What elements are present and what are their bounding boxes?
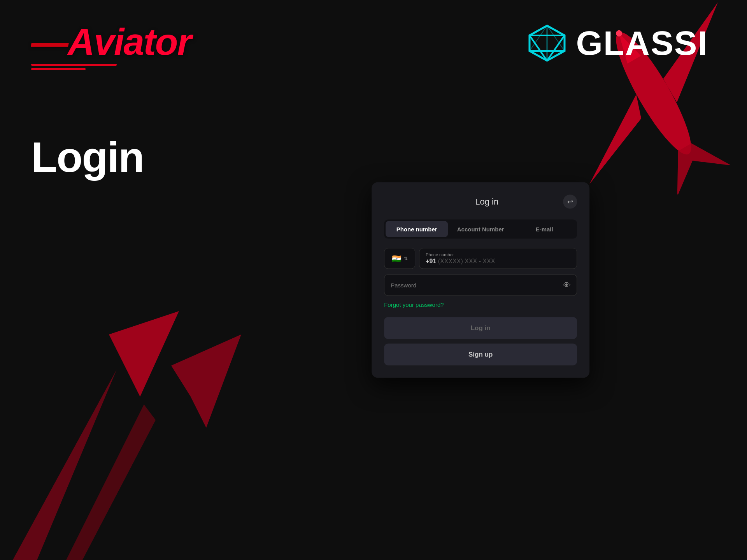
login-button[interactable]: Log in xyxy=(384,317,577,339)
modal-close-button[interactable]: ↩ xyxy=(563,195,577,209)
aviator-underline-1 xyxy=(31,64,117,66)
modal-title: Log in xyxy=(410,197,563,207)
forgot-password-link[interactable]: Forgot your password? xyxy=(384,301,444,308)
chevron-up-down-icon: ⇅ xyxy=(404,256,408,261)
country-flag: 🇮🇳 xyxy=(392,254,402,263)
phone-input-wrapper: Phone number +91 (XXXXX) XXX - XXX xyxy=(419,248,577,269)
login-tabs: Phone number Account Number E-mail xyxy=(384,220,577,239)
login-modal: Log in ↩ Phone number Account Number E-m… xyxy=(372,182,589,378)
aviator-underlines xyxy=(31,64,191,70)
show-password-icon[interactable]: 👁 xyxy=(563,281,571,290)
aviator-underline-2 xyxy=(31,68,86,70)
phone-value-display: +91 (XXXXX) XXX - XXX xyxy=(426,258,570,265)
login-heading: Login xyxy=(31,132,144,182)
glassi-logo: GLASSI xyxy=(528,23,708,63)
close-icon: ↩ xyxy=(567,198,573,206)
phone-label: Phone number xyxy=(426,252,570,257)
phone-placeholder: (XXXXX) XXX - XXX xyxy=(438,258,495,264)
svg-line-6 xyxy=(530,26,547,35)
country-selector[interactable]: 🇮🇳 ⇅ xyxy=(384,248,415,269)
svg-line-7 xyxy=(547,26,565,35)
tab-email[interactable]: E-mail xyxy=(513,221,575,237)
password-input[interactable] xyxy=(384,275,577,296)
phone-prefix: +91 xyxy=(426,258,436,264)
glassi-logo-label: GLASSI xyxy=(576,24,708,62)
aviator-logo-text: —Aviator xyxy=(31,23,191,61)
aviator-logo: —Aviator xyxy=(31,23,191,70)
tab-account-number[interactable]: Account Number xyxy=(449,221,512,237)
glassi-diamond-icon xyxy=(528,24,566,63)
signup-button[interactable]: Sign up xyxy=(384,344,577,366)
phone-input-group: 🇮🇳 ⇅ Phone number +91 (XXXXX) XXX - XXX xyxy=(384,248,577,269)
glassi-text: GLASSI xyxy=(576,23,708,63)
password-group: 👁 xyxy=(384,275,577,296)
modal-header: Log in ↩ xyxy=(384,195,577,209)
tab-phone-number[interactable]: Phone number xyxy=(386,221,448,237)
